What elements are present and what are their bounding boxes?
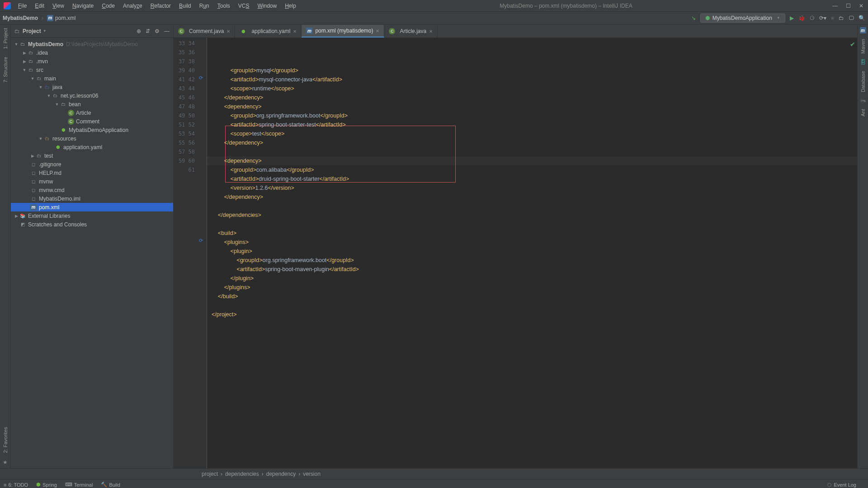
tab-article[interactable]: CArticle.java✕ xyxy=(384,25,438,38)
git-button[interactable]: 🖵 xyxy=(849,15,854,21)
tool-todo[interactable]: ≡6: TODO xyxy=(4,482,28,488)
title-bar: File Edit View Navigate Code Analyze Ref… xyxy=(0,0,868,12)
event-log-button[interactable]: ◌Event Log xyxy=(827,482,856,488)
spring-icon: ⬢ xyxy=(240,28,247,34)
tree-gitignore[interactable]: .gitignore xyxy=(39,161,61,168)
menu-analyze[interactable]: Analyze xyxy=(119,1,146,10)
tree-mvnwcmd[interactable]: mvnw.cmd xyxy=(39,187,65,193)
tree-test[interactable]: test xyxy=(44,153,53,159)
project-tree[interactable]: ▼🗀MybatisDemoD:\IdeaProjects\MybatisDemo… xyxy=(11,38,173,468)
tree-java[interactable]: java xyxy=(52,84,62,90)
package-icon: 🗀 xyxy=(52,93,59,99)
tree-mvn[interactable]: .mvn xyxy=(36,58,48,65)
run-config-label: MybatisDemoApplication xyxy=(712,15,772,21)
ant-icon[interactable]: 🐜 xyxy=(860,98,866,103)
build-hammer-icon[interactable]: ↘ xyxy=(691,15,696,21)
crumb-dependency[interactable]: dependency xyxy=(266,471,296,477)
close-button[interactable]: ✕ xyxy=(859,3,863,9)
tree-pom[interactable]: pom.xml xyxy=(39,204,59,211)
tool-tab-favorites[interactable]: 2: Favorites xyxy=(3,425,8,455)
menu-view[interactable]: View xyxy=(49,1,68,10)
menu-window[interactable]: Window xyxy=(254,1,280,10)
breadcrumb-root[interactable]: MybatisDemo xyxy=(3,15,38,21)
editor-tabs: CComment.java✕ ⬢application.yaml✕ mpom.x… xyxy=(174,24,857,38)
tree-app[interactable]: MybatisDemoApplication xyxy=(69,127,128,133)
tree-idea[interactable]: .idea xyxy=(36,50,48,56)
menu-build[interactable]: Build xyxy=(175,1,195,10)
tree-root[interactable]: MybatisDemo xyxy=(28,41,63,47)
menu-edit[interactable]: Edit xyxy=(31,1,48,10)
app-icon xyxy=(4,2,11,9)
gear-icon[interactable]: ⚙ xyxy=(155,28,160,34)
class-icon: C xyxy=(389,28,395,34)
tool-tab-ant[interactable]: Ant xyxy=(860,107,866,118)
close-icon[interactable]: ✕ xyxy=(429,29,433,34)
breadcrumb-file[interactable]: pom.xml xyxy=(55,15,75,21)
tool-terminal[interactable]: ⌨Terminal xyxy=(65,482,93,488)
tool-tab-structure[interactable]: 7: Structure xyxy=(3,55,8,84)
run-button[interactable]: ▶ xyxy=(790,15,794,21)
file-icon: ◻ xyxy=(30,161,37,168)
tree-pkg[interactable]: net.yc.lesson06 xyxy=(61,93,98,99)
tree-appyaml[interactable]: application.yaml xyxy=(63,144,102,150)
tool-tab-project[interactable]: 1: Project xyxy=(3,26,8,51)
tool-tab-database[interactable]: Database xyxy=(860,69,866,94)
maximize-button[interactable]: ☐ xyxy=(846,3,851,9)
tree-main[interactable]: main xyxy=(44,75,56,82)
crumb-dependencies[interactable]: dependencies xyxy=(225,471,259,477)
expand-icon[interactable]: ⇵ xyxy=(146,28,150,34)
tab-comment[interactable]: CComment.java✕ xyxy=(174,25,235,38)
tree-mvnw[interactable]: mvnw xyxy=(39,178,53,185)
search-everywhere-icon[interactable]: 🔍 xyxy=(859,15,865,21)
crumb-project[interactable]: project xyxy=(202,471,218,477)
menu-help[interactable]: Help xyxy=(281,1,300,10)
tool-spring[interactable]: ⬢Spring xyxy=(36,482,57,488)
run-config-selector[interactable]: ⬢ MybatisDemoApplication ▼ xyxy=(700,14,785,23)
src-folder-icon: 🗀 xyxy=(43,84,51,90)
chevron-down-icon: ▼ xyxy=(777,16,780,20)
close-icon[interactable]: ✕ xyxy=(293,29,297,34)
tab-pom[interactable]: mpom.xml (mybatisdemo)✕ xyxy=(302,25,384,38)
menu-code[interactable]: Code xyxy=(98,1,118,10)
refresh-icon[interactable]: ⟳ xyxy=(199,238,203,244)
menu-refactor[interactable]: Refactor xyxy=(147,1,175,10)
debug-button[interactable]: 🐞 xyxy=(798,15,805,21)
menu-file[interactable]: File xyxy=(14,1,30,10)
refresh-icon[interactable]: ⟳ xyxy=(199,75,203,81)
coverage-button[interactable]: ⚆ xyxy=(810,15,815,21)
maven-icon[interactable]: m xyxy=(860,27,866,33)
stop-button[interactable]: ■ xyxy=(831,15,834,21)
tree-extlib[interactable]: External Libraries xyxy=(28,213,70,219)
menu-tools[interactable]: Tools xyxy=(214,1,234,10)
menu-run[interactable]: Run xyxy=(196,1,213,10)
tree-iml[interactable]: MybatisDemo.iml xyxy=(39,196,80,202)
tree-help[interactable]: HELP.md xyxy=(39,170,61,176)
menu-vcs[interactable]: VCS xyxy=(235,1,253,10)
tree-src[interactable]: src xyxy=(36,67,43,73)
tree-bean[interactable]: bean xyxy=(69,101,81,108)
code-editor[interactable]: ✔ <groupId>mysql</groupId> <artifactId>m… xyxy=(207,38,857,468)
class-icon: C xyxy=(178,28,184,34)
profile-button[interactable]: ⟳▾ xyxy=(819,15,826,21)
line-gutter[interactable]: 33 34 35 36 37 38 39 40 41 42 43 44 45 4… xyxy=(174,38,198,468)
tool-build[interactable]: 🔨Build xyxy=(101,482,120,488)
editor-body[interactable]: 33 34 35 36 37 38 39 40 41 42 43 44 45 4… xyxy=(174,38,857,468)
database-icon[interactable]: 🗄 xyxy=(860,59,866,66)
tree-scratch[interactable]: Scratches and Consoles xyxy=(28,221,87,228)
crumb-version[interactable]: version xyxy=(303,471,321,477)
chevron-down-icon[interactable]: ▼ xyxy=(43,29,47,33)
tab-application-yaml[interactable]: ⬢application.yaml✕ xyxy=(235,25,302,38)
close-icon[interactable]: ✕ xyxy=(376,28,379,33)
folder-icon: 🗀 xyxy=(27,67,34,73)
tool-tab-maven[interactable]: Maven xyxy=(860,37,866,56)
star-icon: ★ xyxy=(3,459,8,465)
tree-resources[interactable]: resources xyxy=(52,136,76,142)
minimize-button[interactable]: ― xyxy=(832,3,838,9)
tree-article[interactable]: Article xyxy=(76,110,91,116)
update-button[interactable]: 🗀 xyxy=(839,15,844,21)
tree-comment[interactable]: Comment xyxy=(76,118,99,125)
target-icon[interactable]: ⊕ xyxy=(137,28,141,34)
menu-navigate[interactable]: Navigate xyxy=(69,1,97,10)
close-icon[interactable]: ✕ xyxy=(226,29,230,34)
hide-icon[interactable]: — xyxy=(164,28,170,34)
